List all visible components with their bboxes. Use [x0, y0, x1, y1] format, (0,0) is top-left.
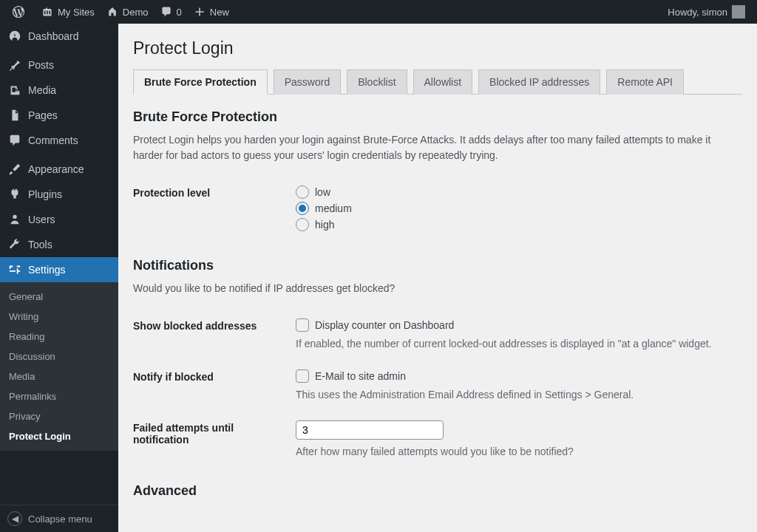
attempts-desc: After how many failed attempts would you… — [296, 444, 742, 460]
avatar — [732, 5, 745, 18]
my-sites-label: My Sites — [58, 7, 95, 18]
tab-brute-force[interactable]: Brute Force Protection — [133, 69, 268, 95]
attempts-label: Failed attempts until notification — [133, 420, 296, 460]
sidebar-item-dashboard[interactable]: Dashboard — [0, 24, 118, 49]
submenu-reading[interactable]: Reading — [0, 327, 118, 347]
multisite-icon — [41, 6, 53, 18]
howdy-label: Howdy, simon — [668, 7, 727, 18]
tab-bar: Brute Force Protection Password Blocklis… — [133, 69, 742, 95]
sidebar-item-label: Settings — [28, 264, 66, 276]
sidebar-item-posts[interactable]: Posts — [0, 52, 118, 78]
notify-checkbox-label: E-Mail to site admin — [315, 370, 406, 382]
collapse-label: Collapse menu — [28, 514, 92, 525]
wrench-icon — [7, 238, 22, 251]
sidebar-item-label: Appearance — [28, 163, 84, 175]
submenu-media[interactable]: Media — [0, 366, 118, 386]
home-icon — [106, 6, 118, 18]
new-link[interactable]: New — [188, 0, 235, 24]
collapse-icon: ◀ — [7, 511, 22, 526]
site-name-link[interactable]: Demo — [101, 0, 155, 24]
page-title: Protect Login — [133, 38, 742, 58]
comment-icon — [7, 134, 22, 147]
section-notifications-desc: Would you like to be notified if IP addr… — [133, 281, 742, 296]
dashboard-icon — [7, 30, 22, 43]
notify-desc: This uses the Administration Email Addre… — [296, 387, 742, 403]
protection-high-label: high — [315, 219, 334, 231]
admin-bar: My Sites Demo 0 New Howdy, simon — [0, 0, 757, 24]
show-blocked-checkbox[interactable] — [296, 318, 309, 332]
sidebar-item-label: Dashboard — [28, 30, 79, 42]
submenu-protect-login[interactable]: Protect Login — [0, 426, 118, 446]
section-brute-force-heading: Brute Force Protection — [133, 109, 742, 125]
main-content: Protect Login Brute Force Protection Pas… — [118, 24, 757, 532]
submenu-general[interactable]: General — [0, 287, 118, 307]
media-icon — [7, 83, 22, 97]
show-blocked-desc: If enabled, the number of current locked… — [296, 336, 742, 352]
sidebar-item-plugins[interactable]: Plugins — [0, 182, 118, 207]
comment-icon — [160, 6, 172, 18]
protection-medium-label: medium — [315, 202, 352, 214]
sidebar-item-settings[interactable]: Settings — [0, 257, 118, 282]
tab-blocked-ip[interactable]: Blocked IP addresses — [478, 69, 600, 95]
sidebar-item-pages[interactable]: Pages — [0, 103, 118, 128]
protection-low-label: low — [315, 186, 330, 198]
sidebar-item-label: Media — [28, 84, 56, 96]
protection-high[interactable]: high — [296, 218, 742, 231]
protection-high-radio[interactable] — [296, 218, 309, 231]
show-blocked-label: Show blocked addresses — [133, 318, 296, 352]
tab-allowlist[interactable]: Allowlist — [413, 69, 473, 95]
show-blocked-checkbox-line[interactable]: Display counter on Dashboard — [296, 318, 742, 332]
protection-medium[interactable]: medium — [296, 202, 742, 215]
submenu-writing[interactable]: Writing — [0, 307, 118, 327]
sidebar-item-users[interactable]: Users — [0, 207, 118, 232]
sidebar-item-appearance[interactable]: Appearance — [0, 157, 118, 182]
site-name-label: Demo — [123, 7, 149, 18]
sidebar-item-comments[interactable]: Comments — [0, 128, 118, 153]
tab-password[interactable]: Password — [274, 69, 341, 95]
plus-icon — [194, 6, 206, 18]
comments-count: 0 — [177, 7, 182, 18]
submenu-discussion[interactable]: Discussion — [0, 347, 118, 366]
wp-logo[interactable] — [6, 0, 35, 24]
tab-remote-api[interactable]: Remote API — [606, 69, 684, 95]
sidebar-item-label: Pages — [28, 109, 58, 121]
sliders-icon — [7, 263, 22, 276]
wordpress-icon — [12, 5, 25, 18]
protection-low[interactable]: low — [296, 185, 742, 199]
notify-checkbox[interactable] — [296, 369, 309, 383]
notify-checkbox-line[interactable]: E-Mail to site admin — [296, 369, 742, 383]
submenu-privacy[interactable]: Privacy — [0, 406, 118, 426]
brush-icon — [7, 163, 22, 176]
comments-link[interactable]: 0 — [155, 0, 188, 24]
attempts-input[interactable] — [296, 420, 444, 440]
plug-icon — [7, 188, 22, 201]
tab-blocklist[interactable]: Blocklist — [347, 69, 407, 95]
sidebar-item-label: Plugins — [28, 188, 62, 200]
settings-submenu: General Writing Reading Discussion Media… — [0, 282, 118, 451]
section-brute-force-desc: Protect Login helps you harden your logi… — [133, 132, 742, 163]
section-notifications-heading: Notifications — [133, 258, 742, 273]
submenu-permalinks[interactable]: Permalinks — [0, 386, 118, 406]
collapse-menu[interactable]: ◀ Collapse menu — [0, 505, 118, 532]
protection-medium-radio[interactable] — [296, 202, 309, 215]
my-sites-link[interactable]: My Sites — [35, 0, 101, 24]
protection-level-label: Protection level — [133, 185, 296, 234]
new-label: New — [210, 7, 229, 18]
sidebar-item-media[interactable]: Media — [0, 78, 118, 103]
sidebar-item-label: Comments — [28, 134, 78, 146]
section-advanced-heading: Advanced — [133, 483, 742, 499]
howdy-link[interactable]: Howdy, simon — [662, 0, 751, 24]
pin-icon — [7, 58, 22, 72]
sidebar-item-label: Tools — [28, 239, 52, 250]
sidebar-item-tools[interactable]: Tools — [0, 232, 118, 257]
notify-label: Notify if blocked — [133, 369, 296, 403]
users-icon — [7, 213, 22, 226]
show-blocked-checkbox-label: Display counter on Dashboard — [315, 319, 454, 331]
sidebar-item-label: Posts — [28, 59, 54, 71]
sidebar-item-label: Users — [28, 214, 55, 225]
admin-sidebar: Dashboard Posts Media Pages Comments App… — [0, 24, 118, 532]
protection-low-radio[interactable] — [296, 185, 309, 199]
page-icon — [7, 109, 22, 122]
